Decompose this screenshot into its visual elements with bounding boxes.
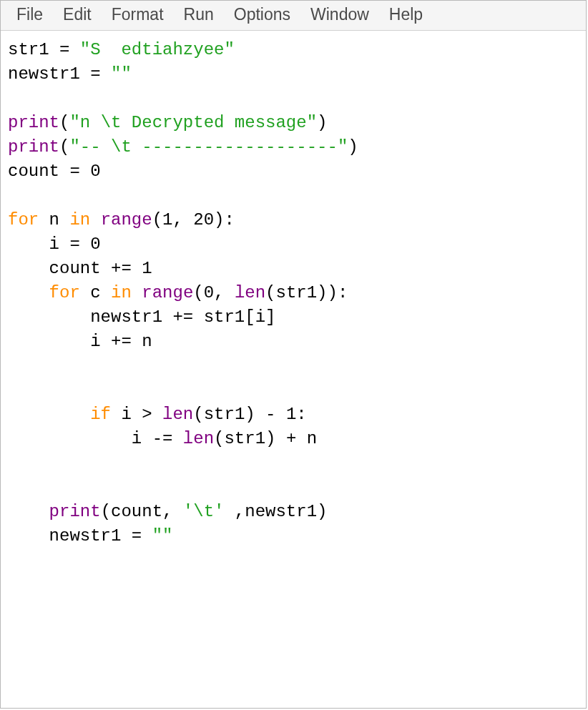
code-line-1: str1 = "S edtiahzyee" (8, 40, 235, 59)
code-line-9: i = 0 (8, 235, 101, 254)
code-editor[interactable]: str1 = "S edtiahzyee" newstr1 = "" print… (1, 31, 586, 708)
code-line-12: newstr1 += str1[i] (8, 307, 275, 327)
menu-run[interactable]: Run (174, 4, 224, 26)
menu-format[interactable]: Format (102, 4, 174, 26)
code-line-17: i -= len(str1) + n (8, 429, 317, 448)
code-line-13: i += n (8, 332, 152, 351)
code-line-21: newstr1 = "" (8, 526, 172, 546)
editor-window: File Edit Format Run Options Window Help… (0, 0, 587, 709)
menu-window[interactable]: Window (300, 4, 379, 26)
menu-options[interactable]: Options (224, 4, 300, 26)
code-line-20: print(count, '\t' ,newstr1) (8, 502, 327, 521)
menu-edit[interactable]: Edit (53, 4, 102, 26)
menu-file[interactable]: File (6, 4, 53, 26)
menu-bar: File Edit Format Run Options Window Help (1, 1, 586, 31)
code-line-11: for c in range(0, len(str1)): (8, 283, 348, 302)
code-line-6: count = 0 (8, 162, 101, 181)
code-line-2: newstr1 = "" (8, 64, 132, 84)
code-line-10: count += 1 (8, 259, 152, 278)
code-line-8: for n in range(1, 20): (8, 210, 235, 230)
code-line-4: print("n \t Decrypted message") (8, 113, 327, 132)
code-line-5: print("-- \t -------------------") (8, 137, 358, 157)
menu-help[interactable]: Help (379, 4, 433, 26)
code-line-16: if i > len(str1) - 1: (8, 405, 307, 424)
